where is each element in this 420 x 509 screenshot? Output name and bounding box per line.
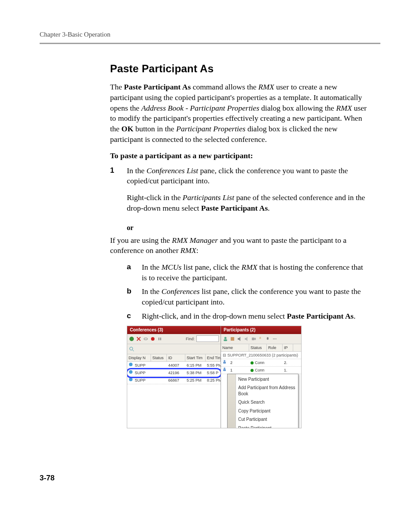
conferences-toolbar: Find: [127, 334, 221, 344]
hand-icon[interactable] [258, 336, 263, 342]
add-participant-icon[interactable] [223, 336, 228, 342]
svg-point-2 [151, 337, 155, 341]
or-label: or [127, 223, 367, 233]
page-number: 3-78 [40, 474, 55, 483]
svg-point-0 [129, 337, 134, 341]
svg-rect-12 [231, 337, 234, 341]
substep-b-text: In the Conferences list pane, click the … [142, 286, 367, 307]
participants-columns: NameStatusRoleIP [221, 344, 301, 352]
svg-point-9 [129, 378, 133, 381]
cell: 5:25 PM [185, 378, 206, 383]
cell: SUPP [133, 378, 151, 383]
cell: 1. [283, 368, 293, 373]
svg-rect-24 [223, 369, 226, 371]
conference-icon [127, 370, 133, 375]
section-title: Paste Participant As [110, 62, 367, 76]
status-cell: Conn [249, 368, 267, 373]
conference-icon [127, 377, 133, 383]
cell: 6:15 PM [185, 363, 206, 368]
find-label: Find: [186, 336, 195, 342]
participant-row[interactable]: 2Conn2. [221, 359, 301, 367]
participants-toolbar [221, 334, 301, 344]
column-header[interactable]: ID [167, 354, 185, 361]
intro-paragraph: The Paste Participant As command allows … [110, 82, 367, 145]
svg-point-20 [276, 338, 276, 339]
svg-rect-22 [223, 362, 226, 364]
svg-line-6 [133, 350, 134, 351]
svg-point-19 [274, 338, 275, 339]
delete-icon[interactable] [136, 336, 141, 342]
svg-point-8 [129, 370, 133, 374]
menu-item[interactable]: New Participant [228, 375, 298, 384]
pause-icon[interactable] [157, 336, 162, 342]
column-header[interactable]: Status [151, 354, 167, 361]
svg-rect-15 [252, 338, 254, 340]
conferences-pane: Conferences (3) Find: [127, 326, 221, 428]
svg-rect-11 [224, 339, 227, 341]
find-input[interactable] [196, 335, 219, 342]
step-1: 1 In the Conferences List pane, click th… [110, 166, 367, 220]
cell: SUPP [133, 370, 151, 375]
more-icon[interactable] [272, 336, 277, 342]
substep-c: c Right-click, and in the drop-down menu… [127, 311, 367, 322]
cell: 2. [283, 360, 293, 365]
mic-icon[interactable] [265, 336, 270, 342]
cell: 5:58 P [206, 370, 221, 375]
addressbook-icon[interactable] [230, 336, 235, 342]
column-header[interactable]: IP [283, 344, 293, 351]
column-header[interactable]: Display N [127, 354, 151, 361]
alt-intro: If you are using the RMX Manager and you… [110, 235, 367, 256]
participant-group[interactable]: ⊟ SUPPORT_2100650633 (2 participants) [221, 352, 301, 359]
column-header[interactable]: End Tim [206, 354, 221, 361]
menu-item[interactable]: Add Participant from Address Book [228, 383, 298, 398]
conferences-toolbar2 [127, 344, 221, 354]
svg-marker-16 [254, 338, 256, 340]
column-header[interactable]: Name [221, 344, 249, 351]
new-conference-icon[interactable] [129, 336, 134, 342]
svg-rect-3 [158, 338, 159, 340]
status-cell: Conn [249, 360, 267, 365]
record-icon[interactable] [150, 336, 155, 342]
menu-item[interactable]: Cut Participant [228, 415, 298, 424]
cell: SUPP [133, 363, 151, 368]
substep-a: a In the MCUs list pane, click the RMX t… [127, 262, 367, 283]
link-icon[interactable] [143, 336, 148, 342]
substep-marker: b [127, 286, 142, 307]
conferences-title: Conferences (3) [127, 326, 221, 334]
substep-b: b In the Conferences list pane, click th… [127, 286, 367, 307]
task-heading: To paste a participant as a new particip… [110, 151, 367, 161]
substep-c-text: Right-click, and in the drop-down menu s… [142, 311, 367, 322]
cell: 2 [229, 360, 249, 365]
column-header[interactable]: Status [249, 344, 267, 351]
search-icon[interactable] [129, 346, 134, 352]
participant-icon [221, 367, 229, 373]
mute-icon[interactable] [237, 336, 242, 342]
svg-rect-17 [267, 337, 269, 340]
cell: 44007 [167, 363, 185, 368]
conference-row[interactable]: SUPP421965:38 PM5:58 P [127, 369, 221, 377]
substep-marker: a [127, 262, 142, 283]
menu-item[interactable]: Paste Participant [228, 424, 298, 428]
unmute-icon[interactable] [244, 336, 249, 342]
participant-icon [221, 360, 229, 365]
conference-row[interactable]: SUPP668675:25 PM8:25 PM [127, 377, 221, 384]
svg-point-10 [225, 337, 227, 339]
svg-point-18 [273, 338, 274, 339]
menu-item[interactable]: Quick Search [228, 398, 298, 407]
svg-marker-14 [245, 337, 247, 341]
camera-icon[interactable] [251, 336, 256, 342]
conferences-columns: Display NStatusIDStart TimEnd Tim [127, 354, 221, 362]
svg-point-7 [129, 363, 133, 366]
cell: 1 [229, 368, 249, 373]
menu-item[interactable]: Copy Participant [228, 407, 298, 416]
column-header[interactable]: Start Tim [185, 354, 206, 361]
column-header[interactable]: Role [267, 344, 283, 351]
participant-row[interactable]: 1Conn1. [221, 367, 301, 374]
conference-row[interactable]: SUPP440076:15 PM5:55 PM [127, 362, 221, 369]
conference-icon [127, 362, 133, 368]
cell: 42196 [167, 370, 185, 375]
participants-rows: ⊟ SUPPORT_2100650633 (2 participants)2Co… [221, 352, 301, 428]
step-1b-text: Right-click in the Participants List pan… [127, 193, 367, 213]
step-marker: 1 [110, 166, 127, 220]
cell: 5:55 PM [206, 363, 221, 368]
